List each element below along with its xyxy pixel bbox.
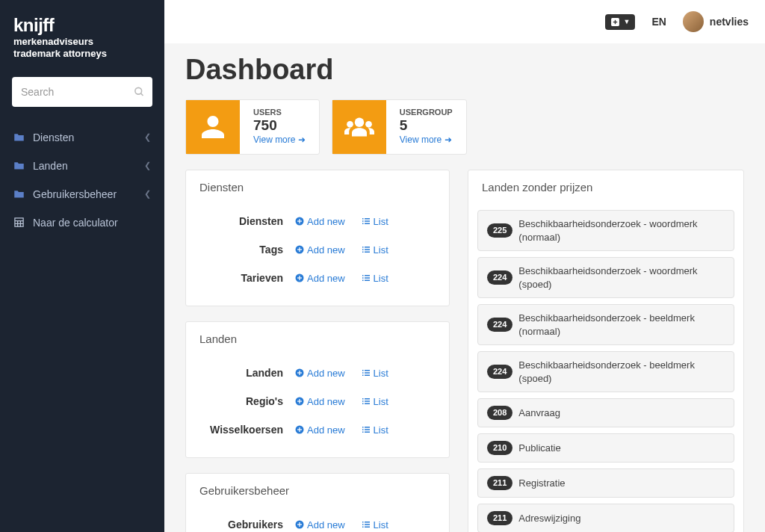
view-more-link[interactable]: View more ➜ xyxy=(400,134,453,145)
svg-rect-47 xyxy=(362,375,364,377)
svg-rect-62 xyxy=(365,427,370,428)
price-country-item[interactable]: 211Registratie xyxy=(477,468,734,498)
price-country-item[interactable]: 211Adreswijziging xyxy=(477,504,734,532)
language-toggle[interactable]: EN xyxy=(651,16,666,28)
list-icon xyxy=(362,217,371,226)
svg-rect-54 xyxy=(362,400,364,402)
svg-rect-37 xyxy=(365,277,370,279)
svg-rect-20 xyxy=(362,223,364,225)
list-icon xyxy=(362,520,371,529)
svg-rect-36 xyxy=(362,277,364,279)
svg-rect-27 xyxy=(362,249,364,250)
sidebar-nav: Diensten ❮ Landen ❮ Gebruikersbeheer ❮ N… xyxy=(0,123,164,237)
item-label: Beschikbaarheidsonderzoek - beeldmerk (s… xyxy=(518,359,725,385)
plus-circle-icon xyxy=(295,245,304,254)
svg-rect-45 xyxy=(362,372,364,374)
add-new-link[interactable]: Add new xyxy=(295,273,345,284)
list-link[interactable]: List xyxy=(362,368,388,379)
svg-rect-52 xyxy=(362,398,364,400)
stat-card-users: USERS 750 View more ➜ xyxy=(185,99,320,155)
chevron-left-icon: ❮ xyxy=(144,132,151,142)
svg-rect-46 xyxy=(365,372,370,374)
list-icon xyxy=(362,245,371,254)
count-badge: 211 xyxy=(487,511,512,525)
panel-title: Diensten xyxy=(186,170,449,204)
panel-title: Gebruikersbeheer xyxy=(186,474,449,507)
action-label: Tarieven xyxy=(199,272,295,284)
count-badge: 211 xyxy=(487,476,512,490)
count-badge: 208 xyxy=(487,406,512,420)
action-label: Tags xyxy=(199,244,295,256)
list-link[interactable]: List xyxy=(362,396,388,407)
search-input[interactable] xyxy=(12,77,152,107)
plus-circle-icon xyxy=(295,368,304,377)
sidebar-item-landen[interactable]: Landen ❮ xyxy=(0,152,164,180)
svg-rect-30 xyxy=(365,252,370,253)
count-badge: 224 xyxy=(487,270,512,285)
add-new-link[interactable]: Add new xyxy=(295,396,345,407)
action-label: Regio's xyxy=(199,395,295,407)
item-label: Beschikbaarheidsonderzoek - woordmerk (s… xyxy=(518,265,725,291)
svg-point-10 xyxy=(355,118,365,128)
action-row: Gebruikers Add new List xyxy=(199,510,436,532)
list-icon xyxy=(362,397,371,406)
action-row: Tags Add new List xyxy=(199,235,436,264)
panel-diensten: Diensten Diensten Add new ListTags Add n… xyxy=(185,170,450,306)
search-icon[interactable] xyxy=(134,86,145,97)
svg-rect-71 xyxy=(365,522,370,523)
svg-rect-17 xyxy=(365,218,370,220)
svg-rect-29 xyxy=(362,252,364,253)
item-label: Beschikbaarheidsonderzoek - woordmerk (n… xyxy=(518,217,725,244)
sidebar-item-label: Landen xyxy=(33,160,68,172)
price-country-item[interactable]: 208Aanvraag xyxy=(477,398,734,427)
sidebar-item-diensten[interactable]: Diensten ❮ xyxy=(0,123,164,152)
action-row: Regio's Add new List xyxy=(199,387,436,415)
svg-rect-63 xyxy=(362,429,364,430)
chevron-left-icon: ❮ xyxy=(144,161,151,170)
svg-rect-64 xyxy=(365,429,370,430)
add-new-link[interactable]: Add new xyxy=(295,424,345,436)
plus-circle-icon xyxy=(295,217,304,226)
sidebar-item-label: Diensten xyxy=(33,132,74,143)
svg-rect-25 xyxy=(362,247,364,248)
svg-rect-19 xyxy=(365,220,370,222)
item-label: Beschikbaarheidsonderzoek - beeldmerk (n… xyxy=(518,312,725,338)
view-more-link[interactable]: View more ➜ xyxy=(253,134,306,145)
list-link[interactable]: List xyxy=(362,244,388,256)
panel-gebruikers: Gebruikersbeheer Gebruikers Add new List… xyxy=(185,473,450,532)
list-link[interactable]: List xyxy=(362,519,388,531)
avatar xyxy=(683,11,704,32)
add-new-link[interactable]: Add new xyxy=(295,519,345,531)
svg-rect-56 xyxy=(362,403,364,405)
list-icon xyxy=(362,273,371,282)
svg-rect-57 xyxy=(365,403,370,405)
sidebar-item-gebruikersbeheer[interactable]: Gebruikersbeheer ❮ xyxy=(0,180,164,208)
action-label: Gebruikers xyxy=(199,519,295,531)
svg-rect-16 xyxy=(362,218,364,220)
svg-rect-74 xyxy=(362,527,364,528)
svg-line-1 xyxy=(140,93,143,95)
list-link[interactable]: List xyxy=(362,273,388,284)
price-country-item[interactable]: 224Beschikbaarheidsonderzoek - woordmerk… xyxy=(477,257,734,298)
sidebar-item-calculator[interactable]: Naar de calculator xyxy=(0,208,164,237)
panel-landen: Landen Landen Add new ListRegio's Add ne… xyxy=(185,321,450,458)
arrow-right-icon: ➜ xyxy=(298,134,306,145)
svg-point-12 xyxy=(365,121,372,128)
user-menu[interactable]: netvlies xyxy=(683,11,749,32)
price-country-item[interactable]: 224Beschikbaarheidsonderzoek - beeldmerk… xyxy=(477,351,734,392)
price-country-item[interactable]: 225Beschikbaarheidsonderzoek - woordmerk… xyxy=(477,210,734,251)
add-new-link[interactable]: Add new xyxy=(295,368,345,379)
list-link[interactable]: List xyxy=(362,424,388,436)
add-dropdown[interactable]: ▼ xyxy=(605,14,635,30)
calculator-icon xyxy=(13,217,25,228)
action-row: Wisselkoersen Add new List xyxy=(199,415,436,444)
price-country-item[interactable]: 210Publicatie xyxy=(477,433,734,463)
svg-rect-43 xyxy=(362,370,364,371)
price-country-item[interactable]: 224Beschikbaarheidsonderzoek - beeldmerk… xyxy=(477,304,734,345)
action-row: Tarieven Add new List xyxy=(199,264,436,292)
add-new-link[interactable]: Add new xyxy=(295,216,345,227)
svg-rect-44 xyxy=(365,370,370,371)
svg-rect-2 xyxy=(15,218,23,226)
list-link[interactable]: List xyxy=(362,216,388,227)
add-new-link[interactable]: Add new xyxy=(295,244,345,256)
